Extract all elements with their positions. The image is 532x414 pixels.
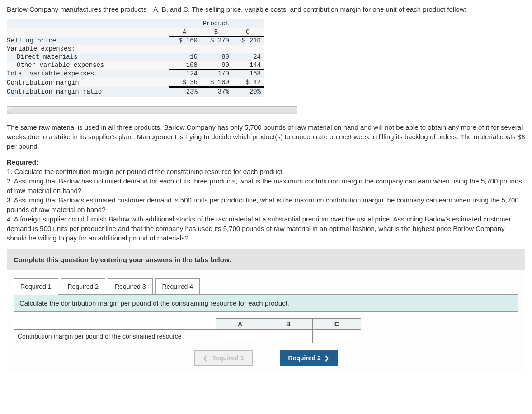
tab-required-4[interactable]: Required 4 <box>155 278 200 295</box>
scrollbar-thumb[interactable] <box>7 107 12 114</box>
col-b: B <box>200 28 232 37</box>
row-other-var: Other variable expenses <box>7 61 169 70</box>
nav-prev-button[interactable]: ❮ Required 1 <box>194 350 252 366</box>
context-paragraph: The same raw material is used in all thr… <box>7 122 525 151</box>
tab-required-2[interactable]: Required 2 <box>61 278 106 295</box>
ans-input-a[interactable] <box>220 332 260 341</box>
chevron-right-icon: ❯ <box>325 355 329 361</box>
ans-input-b[interactable] <box>268 332 308 341</box>
answer-table: A B C Contribution margin per pound of t… <box>14 318 361 343</box>
horizontal-scrollbar[interactable] <box>7 106 297 114</box>
answer-panel: Complete this question by entering your … <box>7 249 525 373</box>
required-heading: Required: <box>7 157 525 167</box>
product-table: Product A B C Selling price $ 160 $ 270 … <box>7 19 264 97</box>
row-selling-price: Selling price <box>7 37 169 45</box>
row-var-exp-label: Variable expenses: <box>7 45 169 53</box>
ans-input-c[interactable] <box>316 332 357 341</box>
ans-col-a: A <box>216 319 264 330</box>
row-cm-ratio: Contribution margin ratio <box>7 87 169 97</box>
requirement-3: 3. Assuming that Barlow's estimated cust… <box>7 195 525 214</box>
nav-next-button[interactable]: Required 2 ❯ <box>280 350 338 366</box>
row-direct-materials: Direct materials <box>7 53 169 61</box>
ans-row-label: Contribution margin per pound of the con… <box>14 330 216 343</box>
requirement-2: 2. Assuming that Barlow has unlimited de… <box>7 176 525 195</box>
col-c: C <box>232 28 264 37</box>
nav-prev-label: Required 1 <box>211 354 244 362</box>
chevron-left-icon: ❮ <box>203 355 207 361</box>
ans-col-c: C <box>313 319 361 330</box>
ans-col-b: B <box>264 319 313 330</box>
intro-text: Barlow Company manufactures three produc… <box>7 5 525 14</box>
tab-required-1[interactable]: Required 1 <box>14 278 58 295</box>
requirement-4: 4. A foreign supplier could furnish Barl… <box>7 214 525 243</box>
row-cm: Contribution margin <box>7 78 169 87</box>
row-total-var: Total variable expenses <box>7 70 169 78</box>
col-a: A <box>169 28 200 37</box>
nav-next-label: Required 2 <box>288 354 321 362</box>
tab-prompt: Calculate the contribution margin per po… <box>14 295 518 312</box>
answer-instruction: Complete this question by entering your … <box>7 249 525 270</box>
col-group-header: Product <box>169 19 264 28</box>
requirement-1: 1. Calculate the contribution margin per… <box>7 167 525 176</box>
tab-row: Required 1 Required 2 Required 3 Require… <box>7 270 525 295</box>
tab-required-3[interactable]: Required 3 <box>108 278 153 295</box>
